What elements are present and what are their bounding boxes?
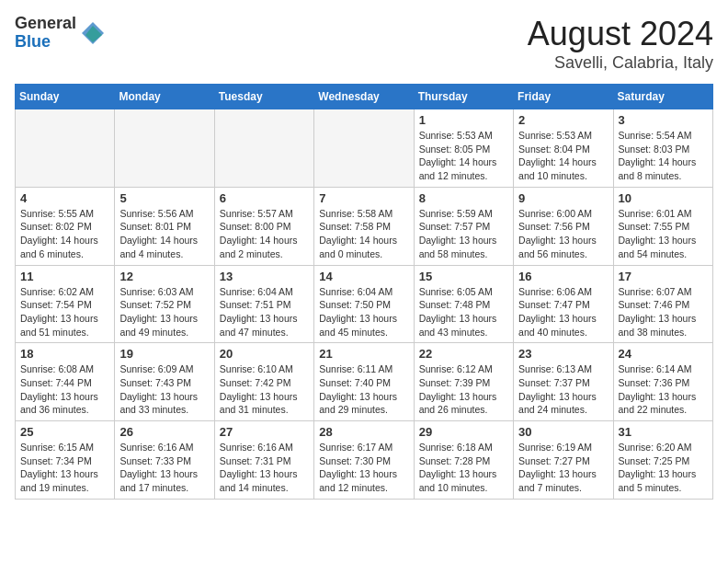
week-row-3: 11Sunrise: 6:02 AMSunset: 7:54 PMDayligh… [16, 265, 713, 343]
week-row-5: 25Sunrise: 6:15 AMSunset: 7:34 PMDayligh… [16, 421, 713, 500]
calendar-cell: 15Sunrise: 6:05 AMSunset: 7:48 PMDayligh… [414, 265, 513, 343]
day-info: Sunrise: 5:59 AMSunset: 7:57 PMDaylight:… [419, 207, 508, 261]
calendar-cell: 9Sunrise: 6:00 AMSunset: 7:56 PMDaylight… [514, 187, 613, 265]
calendar-title: August 2024 Savelli, Calabria, Italy [528, 15, 713, 73]
day-number: 29 [419, 425, 508, 439]
calendar-cell: 31Sunrise: 6:20 AMSunset: 7:25 PMDayligh… [613, 421, 712, 500]
day-number: 15 [419, 270, 508, 283]
calendar-cell: 27Sunrise: 6:16 AMSunset: 7:31 PMDayligh… [214, 421, 313, 500]
page-header: General Blue August 2024 Savelli, Calabr… [15, 15, 713, 73]
day-info: Sunrise: 6:08 AMSunset: 7:44 PMDaylight:… [20, 362, 109, 417]
calendar-cell: 21Sunrise: 6:11 AMSunset: 7:40 PMDayligh… [314, 343, 414, 421]
day-info: Sunrise: 6:20 AMSunset: 7:25 PMDaylight:… [619, 441, 708, 495]
day-info: Sunrise: 6:05 AMSunset: 7:48 PMDaylight:… [419, 285, 508, 339]
day-header-monday: Monday [115, 85, 214, 109]
day-number: 14 [319, 270, 408, 283]
day-info: Sunrise: 6:13 AMSunset: 7:37 PMDaylight:… [518, 362, 608, 417]
day-number: 3 [619, 113, 708, 127]
day-number: 27 [220, 425, 309, 439]
calendar-cell: 12Sunrise: 6:03 AMSunset: 7:52 PMDayligh… [115, 265, 214, 343]
day-header-friday: Friday [514, 85, 613, 109]
day-number: 5 [119, 191, 209, 205]
calendar-cell: 19Sunrise: 6:09 AMSunset: 7:43 PMDayligh… [115, 343, 214, 421]
day-number: 24 [619, 347, 708, 361]
day-info: Sunrise: 6:16 AMSunset: 7:31 PMDaylight:… [220, 441, 309, 495]
day-number: 26 [119, 425, 209, 439]
day-number: 8 [419, 191, 508, 205]
calendar-cell [214, 109, 313, 188]
day-header-sunday: Sunday [16, 85, 115, 109]
day-info: Sunrise: 6:01 AMSunset: 7:55 PMDaylight:… [619, 207, 708, 261]
calendar-cell: 1Sunrise: 5:53 AMSunset: 8:05 PMDaylight… [414, 109, 513, 188]
calendar-cell: 25Sunrise: 6:15 AMSunset: 7:34 PMDayligh… [16, 421, 115, 500]
logo-icon [80, 20, 106, 46]
day-number: 28 [319, 425, 408, 439]
day-number: 22 [419, 347, 508, 361]
week-row-2: 4Sunrise: 5:55 AMSunset: 8:02 PMDaylight… [16, 187, 713, 265]
day-number: 31 [619, 425, 708, 439]
day-number: 9 [518, 191, 608, 205]
day-info: Sunrise: 5:53 AMSunset: 8:04 PMDaylight:… [518, 129, 608, 183]
day-info: Sunrise: 6:19 AMSunset: 7:27 PMDaylight:… [518, 441, 608, 495]
day-info: Sunrise: 6:11 AMSunset: 7:40 PMDaylight:… [319, 362, 408, 417]
day-header-thursday: Thursday [414, 85, 513, 109]
day-info: Sunrise: 6:04 AMSunset: 7:51 PMDaylight:… [220, 285, 309, 339]
calendar-cell: 23Sunrise: 6:13 AMSunset: 7:37 PMDayligh… [514, 343, 613, 421]
calendar-cell: 5Sunrise: 5:56 AMSunset: 8:01 PMDaylight… [115, 187, 214, 265]
day-info: Sunrise: 6:07 AMSunset: 7:46 PMDaylight:… [619, 285, 708, 339]
day-number: 6 [220, 191, 309, 205]
calendar-cell [115, 109, 214, 188]
calendar-cell: 3Sunrise: 5:54 AMSunset: 8:03 PMDaylight… [613, 109, 712, 188]
day-number: 4 [20, 191, 109, 205]
logo-general-text: General [15, 15, 76, 33]
calendar-cell: 8Sunrise: 5:59 AMSunset: 7:57 PMDaylight… [414, 187, 513, 265]
day-number: 16 [518, 270, 608, 283]
day-number: 11 [20, 270, 109, 283]
day-number: 10 [619, 191, 708, 205]
day-info: Sunrise: 6:00 AMSunset: 7:56 PMDaylight:… [518, 207, 608, 261]
logo: General Blue [15, 15, 106, 52]
calendar-cell: 26Sunrise: 6:16 AMSunset: 7:33 PMDayligh… [115, 421, 214, 500]
calendar-cell [314, 109, 414, 188]
calendar-header-row: SundayMondayTuesdayWednesdayThursdayFrid… [16, 85, 713, 109]
day-info: Sunrise: 5:57 AMSunset: 8:00 PMDaylight:… [220, 207, 309, 261]
calendar-cell: 30Sunrise: 6:19 AMSunset: 7:27 PMDayligh… [514, 421, 613, 500]
day-info: Sunrise: 6:16 AMSunset: 7:33 PMDaylight:… [119, 441, 209, 495]
calendar-table: SundayMondayTuesdayWednesdayThursdayFrid… [15, 84, 713, 500]
day-info: Sunrise: 6:04 AMSunset: 7:50 PMDaylight:… [319, 285, 408, 339]
logo-blue-text: Blue [15, 33, 76, 52]
day-info: Sunrise: 5:56 AMSunset: 8:01 PMDaylight:… [119, 207, 209, 261]
month-year-title: August 2024 [528, 15, 713, 53]
calendar-cell: 20Sunrise: 6:10 AMSunset: 7:42 PMDayligh… [214, 343, 313, 421]
calendar-cell: 18Sunrise: 6:08 AMSunset: 7:44 PMDayligh… [16, 343, 115, 421]
calendar-cell: 24Sunrise: 6:14 AMSunset: 7:36 PMDayligh… [613, 343, 712, 421]
calendar-cell: 2Sunrise: 5:53 AMSunset: 8:04 PMDaylight… [514, 109, 613, 188]
day-info: Sunrise: 6:18 AMSunset: 7:28 PMDaylight:… [419, 441, 508, 495]
day-info: Sunrise: 5:54 AMSunset: 8:03 PMDaylight:… [619, 129, 708, 183]
calendar-cell: 14Sunrise: 6:04 AMSunset: 7:50 PMDayligh… [314, 265, 414, 343]
day-header-tuesday: Tuesday [214, 85, 313, 109]
day-number: 17 [619, 270, 708, 283]
day-header-saturday: Saturday [613, 85, 712, 109]
day-number: 18 [20, 347, 109, 361]
week-row-4: 18Sunrise: 6:08 AMSunset: 7:44 PMDayligh… [16, 343, 713, 421]
calendar-cell: 6Sunrise: 5:57 AMSunset: 8:00 PMDaylight… [214, 187, 313, 265]
day-info: Sunrise: 6:14 AMSunset: 7:36 PMDaylight:… [619, 362, 708, 417]
day-info: Sunrise: 6:10 AMSunset: 7:42 PMDaylight:… [220, 362, 309, 417]
day-info: Sunrise: 5:55 AMSunset: 8:02 PMDaylight:… [20, 207, 109, 261]
day-number: 20 [220, 347, 309, 361]
day-info: Sunrise: 5:58 AMSunset: 7:58 PMDaylight:… [319, 207, 408, 261]
day-number: 1 [419, 113, 508, 127]
day-number: 23 [518, 347, 608, 361]
calendar-cell: 10Sunrise: 6:01 AMSunset: 7:55 PMDayligh… [613, 187, 712, 265]
day-info: Sunrise: 6:17 AMSunset: 7:30 PMDaylight:… [319, 441, 408, 495]
calendar-cell: 11Sunrise: 6:02 AMSunset: 7:54 PMDayligh… [16, 265, 115, 343]
day-number: 12 [119, 270, 209, 283]
day-number: 30 [518, 425, 608, 439]
calendar-cell [16, 109, 115, 188]
day-info: Sunrise: 6:03 AMSunset: 7:52 PMDaylight:… [119, 285, 209, 339]
calendar-cell: 17Sunrise: 6:07 AMSunset: 7:46 PMDayligh… [613, 265, 712, 343]
calendar-cell: 16Sunrise: 6:06 AMSunset: 7:47 PMDayligh… [514, 265, 613, 343]
calendar-cell: 13Sunrise: 6:04 AMSunset: 7:51 PMDayligh… [214, 265, 313, 343]
location-subtitle: Savelli, Calabria, Italy [528, 53, 713, 73]
